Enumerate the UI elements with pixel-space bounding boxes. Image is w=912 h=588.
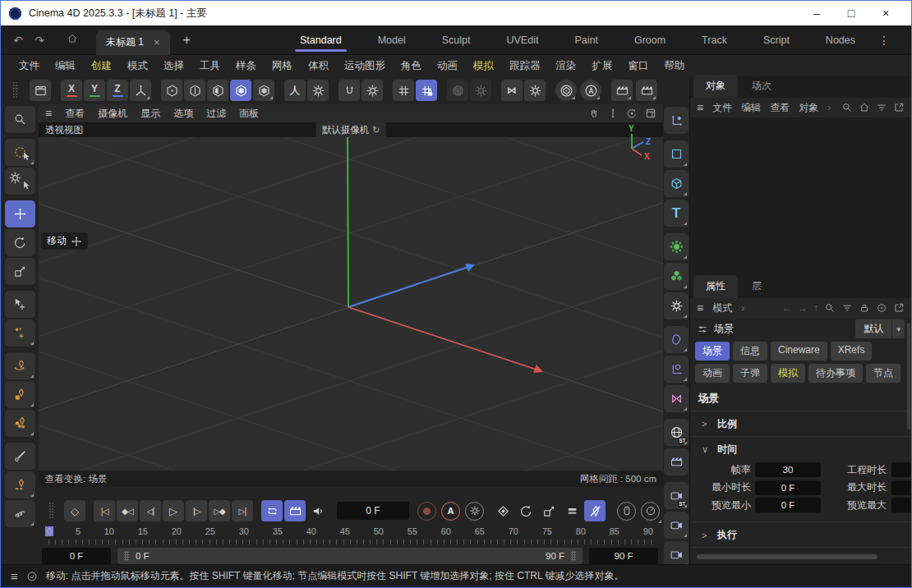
chevron-down-icon[interactable]: ∨: [702, 444, 710, 455]
viewport-menu-filter[interactable]: 过滤: [206, 107, 226, 121]
attr-menu-mode[interactable]: 模式: [712, 301, 732, 315]
chip-animation[interactable]: 动画: [695, 364, 730, 383]
menu-overflow-chevron[interactable]: ›: [827, 102, 831, 113]
layout-tab-sculpt[interactable]: Sculpt: [424, 25, 489, 55]
menu-window[interactable]: 窗口: [629, 59, 649, 73]
preview-max-field[interactable]: [891, 498, 911, 512]
key-scale-button[interactable]: [538, 500, 560, 521]
snap-button[interactable]: [339, 80, 360, 101]
render-to-picture-viewer-button[interactable]: [636, 80, 657, 101]
selection-move-button[interactable]: [5, 291, 35, 318]
viewport-menu-view[interactable]: 查看: [65, 107, 85, 121]
virtual-mouse-button[interactable]: [617, 502, 636, 521]
menu-spline[interactable]: 样条: [236, 59, 256, 73]
render-view-button[interactable]: [555, 80, 577, 101]
scene-nodes-button[interactable]: ST: [664, 419, 689, 446]
next-key-button[interactable]: ▷◆: [209, 500, 230, 521]
render-settings-button[interactable]: [611, 80, 633, 101]
modeling-axis-button[interactable]: 人: [284, 80, 306, 101]
viewport-menu-display[interactable]: 显示: [140, 107, 160, 121]
play-button[interactable]: ▷: [163, 500, 184, 521]
sound-toggle-button[interactable]: [307, 500, 329, 521]
snap-settings-button[interactable]: [362, 80, 383, 101]
group-execute[interactable]: > 执行: [690, 522, 911, 547]
maximize-button[interactable]: □: [834, 7, 868, 20]
current-frame-field[interactable]: 0 F: [337, 502, 409, 520]
key-parameters-button[interactable]: [561, 500, 583, 521]
layout-tab-script[interactable]: Script: [745, 25, 808, 55]
layout-tab-model[interactable]: Model: [360, 25, 424, 55]
spline-primitive-menu-button[interactable]: [664, 140, 689, 168]
viewport-menu-options[interactable]: 选项: [173, 107, 193, 121]
tab-attributes[interactable]: 属性: [693, 275, 738, 298]
chip-bullet[interactable]: 子弹: [733, 364, 767, 383]
key-position-button[interactable]: [492, 500, 514, 521]
menu-help[interactable]: 帮助: [665, 59, 685, 73]
poly-pen-button[interactable]: [5, 410, 35, 437]
deformer-button[interactable]: [664, 292, 689, 319]
pan-hand-icon[interactable]: [588, 108, 600, 119]
camera-cycle-icon[interactable]: ↻: [372, 125, 380, 136]
group-scale[interactable]: > 比例: [690, 411, 911, 436]
minimize-button[interactable]: –: [799, 7, 834, 20]
menu-tools[interactable]: 工具: [200, 59, 220, 73]
close-tab-icon[interactable]: ×: [154, 36, 160, 48]
polygons-mode-button[interactable]: [207, 80, 228, 101]
more-layouts-button[interactable]: ⋮: [873, 34, 895, 47]
toggle-views-icon[interactable]: [645, 108, 656, 119]
chip-scene[interactable]: 场景: [695, 342, 730, 361]
workplane-button[interactable]: [393, 80, 414, 101]
menu-extensions[interactable]: 扩展: [592, 59, 613, 73]
home-icon[interactable]: [859, 102, 870, 113]
layout-tab-standard[interactable]: Standard: [282, 25, 360, 55]
play-mode-button[interactable]: [284, 500, 306, 521]
primitive-cube-button[interactable]: [664, 170, 689, 197]
points-move-button[interactable]: [5, 319, 35, 347]
null-axis-button[interactable]: [664, 356, 689, 383]
menu-volume[interactable]: 体积: [308, 59, 329, 73]
tab-takes[interactable]: 场次: [739, 75, 784, 98]
range-slider-right-grip[interactable]: [571, 551, 576, 561]
chevron-collapsed-icon[interactable]: >: [702, 419, 710, 429]
menu-character[interactable]: 角色: [401, 59, 421, 73]
brush-tool-button[interactable]: [5, 443, 35, 470]
pop-out-icon[interactable]: [893, 302, 905, 314]
history-forward-icon[interactable]: →: [798, 302, 808, 314]
volume-button[interactable]: [664, 263, 689, 290]
chip-simulation[interactable]: 模拟: [771, 364, 805, 383]
move-tool-button[interactable]: [5, 200, 35, 227]
redo-button[interactable]: ↷: [29, 34, 50, 47]
range-slider-left-grip[interactable]: [124, 551, 129, 561]
undo-button[interactable]: ↶: [7, 34, 29, 47]
menu-mograph[interactable]: 运动图形: [344, 59, 385, 73]
layout-tab-nodes[interactable]: Nodes: [808, 25, 873, 55]
parent-up-icon[interactable]: ↑: [813, 302, 818, 314]
menu-overflow-chevron[interactable]: ›: [741, 302, 744, 314]
history-back-icon[interactable]: ←: [782, 302, 792, 314]
panel-menu-icon[interactable]: ≡: [697, 101, 703, 114]
menu-tracker[interactable]: 跟踪器: [509, 59, 541, 73]
generator-button[interactable]: [664, 233, 689, 260]
range-start-field[interactable]: 0 F: [42, 548, 111, 564]
key-selection-button[interactable]: [584, 500, 606, 521]
menu-mesh[interactable]: 网格: [272, 59, 292, 73]
menu-edit[interactable]: 编辑: [55, 59, 76, 73]
max-time-field[interactable]: [891, 480, 911, 495]
new-tab-button[interactable]: +: [183, 33, 191, 48]
make-editable-button[interactable]: [30, 80, 51, 101]
rotate-tool-button[interactable]: [5, 229, 35, 256]
home-button[interactable]: [60, 33, 85, 47]
camera-st-button[interactable]: ST: [664, 482, 689, 509]
spline-primitive-button[interactable]: [5, 381, 35, 408]
group-time[interactable]: ∨ 时间: [690, 437, 911, 462]
menu-create[interactable]: 创建: [91, 59, 112, 73]
statusbar-menu-icon[interactable]: ≡: [11, 569, 18, 583]
xpresso-button[interactable]: [664, 385, 689, 412]
timeline-drag-handle[interactable]: [48, 502, 54, 520]
chip-nodes[interactable]: 节点: [866, 364, 900, 383]
previous-key-button[interactable]: ◆◁: [117, 500, 138, 521]
viewport-menu-panel[interactable]: 面板: [239, 107, 259, 121]
simulation-settings-button[interactable]: [470, 80, 491, 101]
layout-tab-uvedit[interactable]: UVEdit: [489, 25, 557, 55]
quantize-button[interactable]: [416, 80, 437, 101]
